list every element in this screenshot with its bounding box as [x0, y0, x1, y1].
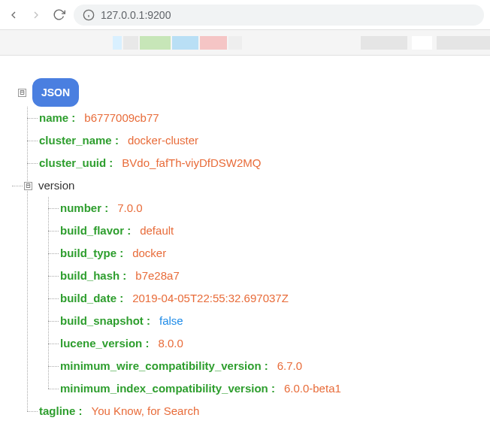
key-tagline: tagline : [39, 400, 83, 422]
val-lucene-version: 8.0.0 [158, 332, 183, 355]
val-build-date: 2019-04-05T22:55:32.697037Z [132, 287, 289, 310]
key-build-snapshot: build_snapshot : [60, 310, 150, 332]
json-viewer: ⊟ JSON name : b6777009cb77 cluster_name … [0, 56, 490, 445]
key-number: number : [60, 197, 108, 219]
collapse-toggle-icon[interactable]: ⊟ [24, 182, 32, 190]
key-build-date: build_date : [60, 287, 123, 310]
key-build-type: build_type : [60, 242, 123, 265]
key-cluster-name: cluster_name : [39, 129, 119, 152]
val-cluster-uuid: BVdo_fafTh-viyDfDSW2MQ [122, 152, 261, 174]
key-build-hash: build_hash : [60, 265, 126, 287]
forward-button[interactable] [29, 8, 44, 23]
site-info-icon[interactable] [83, 9, 95, 21]
val-build-snapshot: false [159, 310, 183, 332]
key-min-wire: minimum_wire_compatibility_version : [60, 355, 268, 377]
val-build-type: docker [132, 242, 166, 265]
val-build-hash: b7e28a7 [135, 265, 179, 287]
val-build-flavor: default [140, 219, 174, 242]
url-text: 127.0.0.1:9200 [101, 9, 171, 21]
val-min-wire: 6.7.0 [277, 355, 302, 377]
key-lucene-version: lucene_version : [60, 332, 149, 355]
key-build-flavor: build_flavor : [60, 219, 131, 242]
reload-button[interactable] [51, 8, 66, 23]
json-root-badge[interactable]: JSON [32, 78, 79, 107]
val-min-index: 6.0.0-beta1 [284, 377, 341, 400]
tabs-strip [0, 30, 490, 56]
browser-toolbar: 127.0.0.1:9200 [0, 0, 490, 30]
val-number: 7.0.0 [117, 197, 142, 219]
key-name: name : [39, 107, 75, 129]
key-cluster-uuid: cluster_uuid : [39, 152, 113, 174]
collapse-toggle-icon[interactable]: ⊟ [18, 89, 26, 97]
key-min-index: minimum_index_compatibility_version : [60, 377, 275, 400]
val-name: b6777009cb77 [84, 107, 159, 129]
val-cluster-name: docker-cluster [128, 129, 198, 152]
back-button[interactable] [6, 8, 21, 23]
val-tagline: You Know, for Search [92, 400, 200, 422]
key-version: version [38, 174, 74, 197]
address-bar[interactable]: 127.0.0.1:9200 [74, 5, 484, 26]
